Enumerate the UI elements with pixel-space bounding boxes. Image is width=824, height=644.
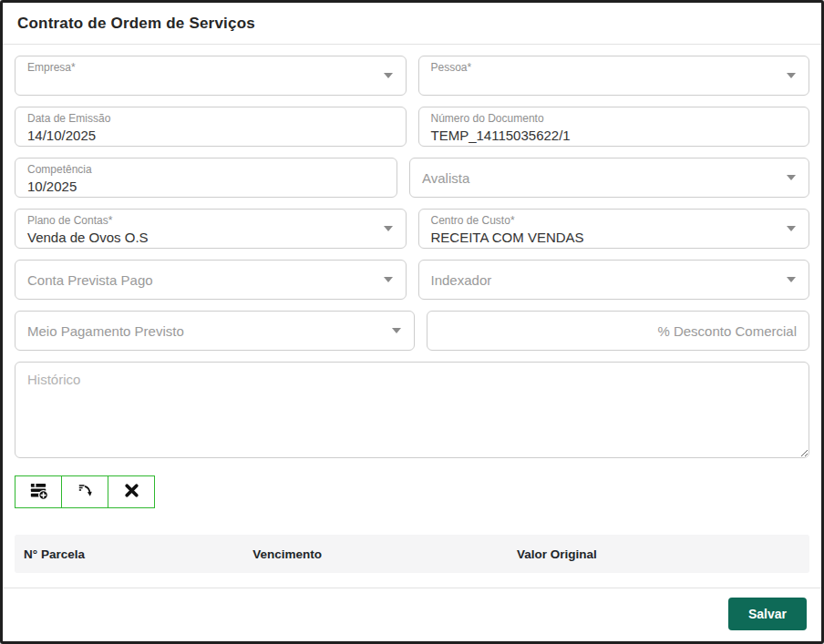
desconto-comercial-field — [427, 311, 809, 351]
generate-installments-button[interactable] — [61, 475, 108, 508]
service-order-contract-modal: Contrato de Ordem de Serviços Empresa* P… — [0, 0, 824, 644]
generate-installments-icon — [75, 480, 96, 504]
chevron-down-icon — [384, 277, 393, 282]
chevron-down-icon — [392, 328, 401, 333]
clear-icon — [122, 481, 141, 503]
numero-documento-label: Número do Documento — [431, 112, 798, 126]
plano-contas-value: Venda de Ovos O.S — [27, 230, 376, 246]
add-installments-button[interactable] — [15, 475, 62, 508]
modal-footer: Salvar — [3, 588, 821, 641]
page-title: Contrato de Ordem de Serviços — [17, 15, 807, 33]
centro-custo-label: Centro de Custo* — [431, 214, 780, 228]
data-emissao-label: Data de Emissão — [27, 112, 394, 126]
historico-textarea[interactable] — [15, 362, 809, 458]
form-body: Empresa* Pessoa* Data de Emissão 14/10/2… — [3, 45, 821, 588]
plano-contas-select[interactable]: Plano de Contas* Venda de Ovos O.S — [15, 209, 407, 249]
plano-contas-label: Plano de Contas* — [27, 214, 376, 228]
installments-toolbar — [15, 475, 809, 508]
data-emissao-field[interactable]: Data de Emissão 14/10/2025 — [15, 107, 407, 147]
numero-documento-field[interactable]: Número do Documento TEMP_14115035622/1 — [418, 107, 810, 147]
modal-header: Contrato de Ordem de Serviços — [3, 3, 821, 45]
empresa-select[interactable]: Empresa* — [15, 56, 407, 96]
centro-custo-value: RECEITA COM VENDAS — [431, 230, 780, 246]
form-row-3: Competência 10/2025 Avalista — [15, 158, 809, 198]
column-header-valor-original: Valor Original — [517, 547, 800, 561]
centro-custo-select[interactable]: Centro de Custo* RECEITA COM VENDAS — [418, 209, 810, 249]
meio-pagamento-placeholder: Meio Pagamento Previsto — [27, 323, 184, 339]
column-header-parcela: N° Parcela — [24, 547, 252, 561]
numero-documento-value: TEMP_14115035622/1 — [431, 128, 798, 144]
historico-row — [15, 362, 809, 462]
chevron-down-icon — [384, 226, 393, 231]
pessoa-label: Pessoa* — [431, 61, 780, 75]
empresa-label: Empresa* — [27, 61, 376, 75]
chevron-down-icon — [787, 226, 796, 231]
add-installments-icon — [28, 480, 49, 504]
data-emissao-value: 14/10/2025 — [27, 128, 394, 144]
clear-installments-button[interactable] — [108, 475, 155, 508]
avalista-placeholder: Avalista — [422, 170, 469, 186]
indexador-placeholder: Indexador — [431, 272, 492, 288]
form-row-6: Meio Pagamento Previsto — [15, 311, 809, 351]
chevron-down-icon — [787, 73, 796, 78]
form-row-4: Plano de Contas* Venda de Ovos O.S Centr… — [15, 209, 809, 249]
form-row-1: Empresa* Pessoa* — [15, 56, 809, 96]
form-row-5: Conta Prevista Pago Indexador — [15, 260, 809, 300]
desconto-comercial-input[interactable] — [439, 316, 797, 345]
save-button[interactable]: Salvar — [728, 598, 807, 630]
meio-pagamento-select[interactable]: Meio Pagamento Previsto — [15, 311, 415, 351]
installments-table-header: N° Parcela Vencimento Valor Original — [15, 535, 809, 573]
avalista-select[interactable]: Avalista — [409, 158, 809, 198]
chevron-down-icon — [384, 73, 393, 78]
competencia-label: Competência — [27, 163, 385, 177]
indexador-select[interactable]: Indexador — [418, 260, 810, 300]
conta-prevista-select[interactable]: Conta Prevista Pago — [15, 260, 407, 300]
column-header-vencimento: Vencimento — [252, 547, 517, 561]
chevron-down-icon — [787, 277, 796, 282]
form-row-2: Data de Emissão 14/10/2025 Número do Doc… — [15, 107, 809, 147]
chevron-down-icon — [787, 175, 796, 180]
pessoa-select[interactable]: Pessoa* — [418, 56, 810, 96]
conta-prevista-placeholder: Conta Prevista Pago — [27, 272, 153, 288]
competencia-value: 10/2025 — [27, 179, 385, 195]
competencia-field[interactable]: Competência 10/2025 — [15, 158, 397, 198]
